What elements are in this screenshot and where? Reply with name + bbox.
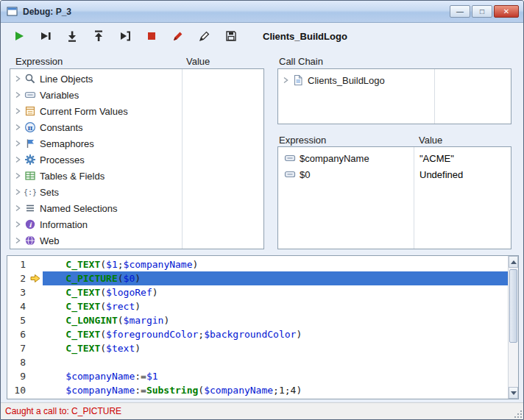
code-text[interactable]: $companyName:=Substring($companyName;1;4… (43, 383, 508, 397)
flag-icon (24, 138, 36, 149)
chevron-right-icon[interactable] (15, 221, 24, 228)
watch-tree-item[interactable]: Current Form Values (10, 103, 263, 119)
titlebar[interactable]: Debug: P_3 — □ ✕ (1, 1, 523, 23)
save-icon (224, 29, 238, 43)
resize-grip[interactable] (512, 408, 523, 419)
abort-and-edit-button[interactable] (169, 26, 188, 46)
execution-arrow-slot (29, 341, 43, 355)
method-icon (292, 74, 304, 86)
chevron-right-icon[interactable] (15, 204, 24, 212)
custom-watch-column-divider[interactable] (414, 147, 414, 249)
step-out-icon (92, 29, 105, 43)
close-button[interactable]: ✕ (494, 5, 519, 18)
status-bar: Caught a call to: C_PICTURE (1, 402, 523, 419)
chevron-right-icon[interactable] (15, 172, 24, 179)
abort-edit-icon (171, 29, 185, 43)
execution-arrow-slot (29, 355, 43, 369)
line-number[interactable]: 4 (7, 299, 29, 313)
code-text[interactable]: C_TEXT($logoRef) (43, 285, 508, 299)
watch-tree-item[interactable]: Tables & Fields (10, 168, 263, 184)
tree-item-label: Constants (40, 122, 83, 133)
magnifier-icon (24, 73, 36, 85)
execution-arrow-slot (29, 257, 43, 271)
line-number[interactable]: 7 (7, 341, 29, 355)
chevron-right-icon[interactable] (15, 188, 24, 196)
watch-row[interactable]: $0Undefined (278, 166, 511, 182)
no-trace-button[interactable] (10, 26, 29, 46)
custom-watch-pane: $companyName"ACME"$0Undefined (277, 146, 511, 249)
code-text[interactable]: C_TEXT($text) (43, 341, 508, 355)
line-number[interactable]: 3 (7, 285, 29, 299)
chevron-right-icon[interactable] (15, 124, 24, 131)
watch-tree-item[interactable]: Processes (10, 152, 263, 168)
watch-pane-column-divider[interactable] (182, 69, 183, 249)
code-text[interactable]: C_PICTURE($0) (43, 271, 508, 285)
chevron-right-icon[interactable] (15, 107, 24, 115)
watch-tree-item[interactable]: Variables (10, 87, 263, 103)
line-number[interactable]: 2 (7, 271, 29, 285)
scrollbar-thumb[interactable] (509, 269, 517, 343)
maximize-icon: □ (480, 8, 484, 15)
watch-pane: Line ObjectsVariablesCurrent Form Values… (10, 68, 264, 249)
tree-item-label: Variables (40, 90, 79, 101)
call-chain-item[interactable]: Clients_BuildLogo (278, 72, 511, 88)
code-text[interactable]: C_TEXT($rect) (43, 299, 508, 313)
minimize-button[interactable]: — (450, 5, 470, 18)
watch-expression: $companyName (284, 152, 414, 164)
code-line: 4 C_TEXT($rect) (7, 299, 508, 313)
step-into-icon (66, 29, 79, 43)
step-into-process-button[interactable] (116, 26, 135, 46)
line-number[interactable]: 9 (7, 369, 29, 383)
watch-expression: $0 (284, 168, 414, 180)
line-number[interactable]: 1 (7, 257, 29, 271)
watch-tree-item[interactable]: Named Selections (10, 200, 263, 216)
custom-watch-expression-header: Expression (279, 135, 326, 146)
line-number[interactable]: 6 (7, 327, 29, 341)
step-over-button[interactable] (36, 26, 55, 46)
watch-tree-item[interactable]: Web (10, 232, 263, 249)
code-text[interactable]: C_LONGINT($margin) (43, 313, 508, 327)
tree-item-label: Web (40, 235, 60, 246)
abort-button[interactable] (142, 26, 161, 46)
chevron-right-icon[interactable] (15, 140, 24, 147)
watch-tree-item[interactable]: {:}Sets (10, 184, 263, 200)
variable-icon (284, 168, 296, 180)
tree-item-label: Current Form Values (40, 106, 128, 117)
code-line: 2 C_PICTURE($0) (7, 271, 508, 285)
edit-method-button[interactable] (195, 26, 214, 46)
save-settings-button[interactable] (222, 26, 241, 46)
code-editor: 1 C_TEXT($1;$companyName)2 C_PICTURE($0)… (7, 255, 519, 399)
svg-text:{:}: {:} (24, 188, 36, 196)
watch-tree-item[interactable]: Semaphores (10, 135, 263, 152)
code-text[interactable] (43, 355, 508, 369)
window-controls: — □ ✕ (450, 5, 519, 18)
scroll-up-button[interactable] (509, 256, 518, 268)
chevron-right-icon[interactable] (15, 237, 24, 244)
step-out-button[interactable] (89, 26, 108, 46)
code-text[interactable]: C_TEXT($foregroundColor;$backgroundColor… (43, 327, 508, 341)
code-text[interactable]: C_TEXT($1;$companyName) (43, 257, 508, 271)
line-number[interactable]: 5 (7, 313, 29, 327)
watch-tree-item[interactable]: πConstants (10, 119, 263, 135)
scroll-down-button[interactable] (509, 387, 518, 399)
chevron-right-icon[interactable] (15, 156, 24, 163)
maximize-button[interactable]: □ (472, 5, 492, 18)
code-text[interactable]: $companyName:=$1 (43, 369, 508, 383)
line-number[interactable]: 8 (7, 355, 29, 369)
play-icon (13, 29, 26, 43)
code-vertical-scrollbar[interactable] (508, 256, 518, 399)
line-number[interactable]: 10 (7, 383, 29, 397)
variable-icon (284, 152, 296, 164)
execution-arrow-slot (29, 285, 43, 299)
call-chain-list: Clients_BuildLogo (278, 72, 511, 88)
watch-tree-item[interactable]: Line Objects (10, 71, 263, 87)
watch-row[interactable]: $companyName"ACME" (278, 150, 511, 166)
chevron-right-icon[interactable] (283, 76, 292, 84)
code-lines: 1 C_TEXT($1;$companyName)2 C_PICTURE($0)… (7, 256, 508, 399)
chevron-right-icon[interactable] (15, 75, 24, 82)
chevron-right-icon[interactable] (15, 91, 24, 99)
watch-tree-item[interactable]: iInformation (10, 216, 263, 232)
watch-value-header: Value (186, 56, 210, 67)
step-into-button[interactable] (63, 26, 82, 46)
call-chain-column-divider[interactable] (434, 69, 435, 124)
